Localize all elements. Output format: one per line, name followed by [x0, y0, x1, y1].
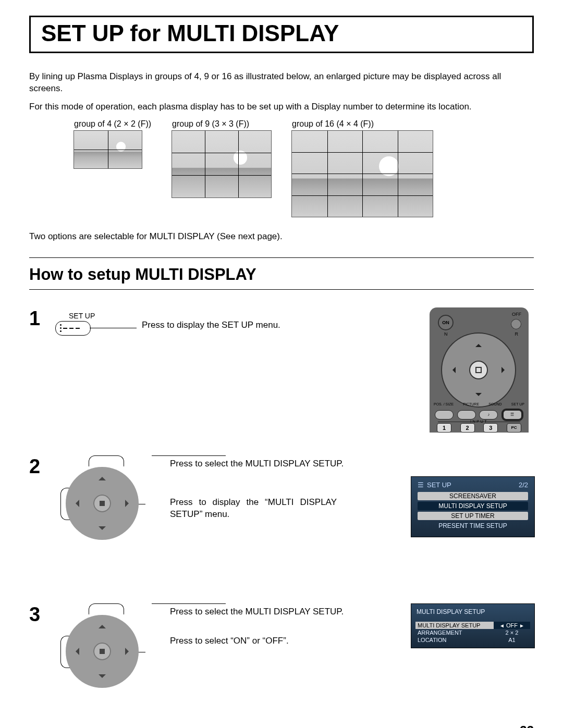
- step-2-number: 2: [29, 455, 55, 478]
- osd2-row-arrangement: ARRANGEMENT 2 × 2: [415, 629, 530, 636]
- remote-off-button: [511, 319, 521, 329]
- group4-label: group of 4 (2 × 2 (F)): [74, 119, 151, 129]
- divider-1: [29, 257, 534, 258]
- setup-button-label: SET UP: [69, 312, 128, 320]
- remote-pos-button: [435, 410, 454, 419]
- osd-item-multi-display: MULTI DISPLAY SETUP: [418, 502, 528, 510]
- dpad-illustration-step3: [60, 603, 144, 692]
- osd2-row-multi-display: MULTI DISPLAY SETUP ◄ OFF ►: [415, 622, 530, 629]
- remote-input-2: 2: [460, 423, 475, 433]
- osd-setup-menu: ☰SET UP 2/2 SCREENSAVER MULTI DISPLAY SE…: [411, 476, 535, 537]
- remote-r-label: R: [515, 331, 519, 337]
- remote-mode-labels: POS. / SIZEPICTURESOUNDSET UP: [434, 402, 524, 406]
- remote-dpad: [442, 334, 515, 406]
- intro-para-2: For this mode of operation, each plasma …: [29, 101, 534, 113]
- page-title: SET UP for MULTI DISPLAY: [41, 20, 522, 46]
- menu-icon: ☰: [418, 481, 424, 489]
- dpad-illustration-step2: [60, 455, 144, 544]
- osd-item-screensaver: SCREENSAVER: [418, 492, 528, 500]
- step-3-text-b: Press to select “ON” or “OFF”.: [170, 635, 391, 647]
- setup-button-icon: [55, 321, 91, 336]
- step-3-text-a: Press to select the MULTI DISPLAY SETUP.: [170, 606, 391, 618]
- divider-2: [29, 289, 534, 290]
- display-groups-row: group of 4 (2 × 2 (F)) group of 9 (3 × 3…: [74, 119, 534, 217]
- step-1-number: 1: [29, 307, 55, 330]
- osd2-title: MULTI DISPLAY SETUP: [411, 607, 534, 622]
- remote-n-label: N: [444, 331, 448, 337]
- options-note: Two options are selectable for MULTI DIS…: [29, 231, 534, 242]
- group16-image: [292, 131, 433, 217]
- remote-input-3: 3: [483, 423, 498, 433]
- group9-image: [172, 131, 271, 198]
- osd-page: 2/2: [519, 481, 528, 489]
- remote-sound-button: ♪: [479, 410, 498, 419]
- remote-input-pc: PC: [507, 423, 521, 433]
- remote-illustration: ON OFF N R POS. / SIZEPICTURESOUNDSET UP: [430, 307, 529, 433]
- group9-label: group of 9 (3 × 3 (F)): [172, 119, 271, 129]
- remote-setup-button: ☰: [501, 409, 523, 421]
- remote-picture-button: [457, 410, 476, 419]
- howto-heading: How to setup MULTI DISPLAY: [29, 265, 534, 284]
- osd-item-present-time: PRESENT TIME SETUP: [418, 522, 528, 530]
- osd2-row-location: LOCATION A1: [415, 636, 530, 644]
- group4-image: [74, 131, 142, 168]
- remote-on-button: ON: [438, 315, 454, 330]
- remote-input-1: 1: [437, 423, 451, 433]
- osd-item-setup-timer: SET UP TIMER: [418, 512, 528, 520]
- osd-title: SET UP: [427, 481, 451, 489]
- page-number: 33: [29, 723, 534, 728]
- step-1-text: Press to display the SET UP menu.: [128, 307, 391, 433]
- step-3-number: 3: [29, 603, 55, 626]
- page-title-box: SET UP for MULTI DISPLAY: [29, 16, 534, 53]
- step-2-text-b: Press to display the “MULTI DISPLAY SETU…: [170, 496, 337, 521]
- group16-label: group of 16 (4 × 4 (F)): [292, 119, 433, 129]
- step-2-text-a: Press to select the MULTI DISPLAY SETUP.: [170, 458, 391, 470]
- osd-multi-display-menu: MULTI DISPLAY SETUP MULTI DISPLAY SETUP …: [411, 603, 535, 648]
- intro-para-1: By lining up Plasma Displays in groups o…: [29, 71, 534, 95]
- remote-off-label: OFF: [512, 312, 521, 317]
